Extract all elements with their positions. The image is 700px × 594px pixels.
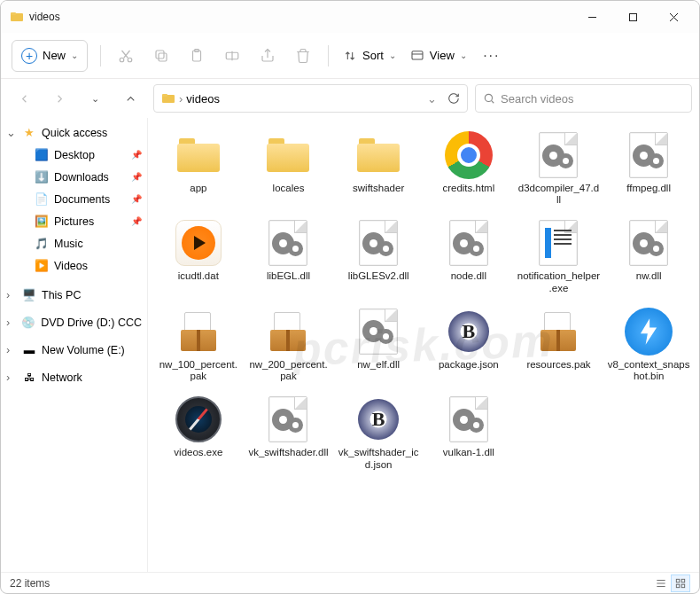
file-item[interactable]: node.dll (424, 215, 514, 297)
file-item[interactable]: videos.exe (153, 391, 244, 473)
sidebar-new-volume[interactable]: ›▬New Volume (E:) (1, 339, 147, 361)
file-label: swiftshader (353, 183, 404, 206)
forward-button[interactable] (43, 84, 75, 113)
file-item[interactable]: libEGL.dll (244, 215, 334, 297)
svg-rect-11 (156, 51, 164, 59)
file-item[interactable]: credits.html (424, 127, 514, 209)
file-item[interactable]: nw_200_percent.pak (244, 303, 334, 386)
share-button[interactable] (250, 40, 285, 72)
chevron-down-icon: ⌄ (71, 51, 78, 60)
file-item[interactable]: v8_context_snapshot.bin (603, 303, 694, 386)
sidebar-item-desktop[interactable]: 🟦Desktop📌 (1, 144, 147, 166)
file-label: ffmpeg.dll (626, 183, 671, 206)
more-button[interactable]: ··· (474, 40, 509, 72)
titlebar: videos (1, 1, 699, 33)
search-input[interactable]: Search videos (475, 84, 692, 113)
sidebar-item-label: Desktop (54, 149, 95, 161)
sidebar-item-label: Videos (54, 260, 88, 272)
file-item[interactable]: swiftshader (333, 127, 424, 209)
chevron-down-icon[interactable]: ⌄ (427, 92, 437, 106)
sidebar-item-videos[interactable]: ▶️Videos (1, 254, 147, 277)
sort-label: Sort (362, 49, 384, 62)
maximize-button[interactable] (612, 3, 653, 31)
new-label: New (43, 49, 66, 62)
sidebar-item-music[interactable]: 🎵Music (1, 232, 147, 254)
svg-rect-10 (159, 53, 167, 61)
file-item[interactable]: d3dcompiler_47.dll (514, 127, 604, 209)
view-icon (410, 49, 424, 63)
chevron-down-icon: ⌄ (389, 51, 396, 60)
file-item[interactable]: icudtl.dat (153, 215, 244, 297)
sidebar-this-pc[interactable]: ›🖥️This PC (1, 284, 147, 306)
file-item[interactable]: locales (244, 127, 334, 209)
up-button[interactable] (114, 84, 146, 113)
chevron-down-icon: ⌄ (6, 126, 17, 139)
file-item[interactable]: Bvk_swiftshader_icd.json (333, 391, 424, 473)
sidebar-item-documents[interactable]: 📄Documents📌 (1, 188, 147, 210)
copy-button[interactable] (144, 40, 179, 72)
sidebar-item-pictures[interactable]: 🖼️Pictures📌 (1, 210, 147, 232)
file-label: nw.dll (636, 270, 662, 293)
chevron-right-icon: › (179, 92, 183, 106)
file-item[interactable]: nw_100_percent.pak (153, 303, 244, 386)
file-item[interactable]: resources.pak (514, 303, 604, 386)
dvd-label: DVD Drive (D:) CCCC (41, 317, 142, 329)
icons-view-button[interactable] (671, 574, 690, 592)
file-item[interactable]: vulkan-1.dll (424, 391, 514, 473)
downloads-icon: ⬇️ (35, 170, 49, 184)
file-label: credits.html (442, 183, 494, 206)
file-label: nw_elf.dll (357, 359, 400, 382)
chrome-icon (444, 130, 494, 180)
close-button[interactable] (653, 3, 694, 31)
minimize-button[interactable] (572, 3, 612, 31)
address-bar[interactable]: › videos ⌄ (153, 84, 468, 113)
svg-rect-31 (681, 584, 685, 588)
sidebar-item-downloads[interactable]: ⬇️Downloads📌 (1, 166, 147, 188)
folder-icon (161, 91, 175, 106)
file-label: videos.exe (174, 447, 222, 470)
file-item[interactable]: libGLESv2.dll (333, 215, 424, 297)
file-item[interactable]: nw.dll (603, 215, 694, 297)
sidebar-item-label: Documents (54, 193, 110, 206)
sidebar-network[interactable]: ›🖧Network (1, 366, 147, 388)
file-item[interactable]: vk_swiftshader.dll (244, 391, 334, 473)
quick-access-label: Quick access (42, 127, 107, 139)
file-item[interactable]: notification_helper.exe (514, 215, 604, 297)
sidebar-item-label: Music (54, 238, 83, 250)
file-label: app (190, 183, 206, 206)
sidebar-dvd-drive[interactable]: ›💿DVD Drive (D:) CCCC (1, 311, 147, 333)
svg-point-23 (485, 94, 492, 101)
svg-rect-1 (11, 12, 16, 15)
sidebar-quick-access[interactable]: ⌄ ★ Quick access (1, 121, 147, 144)
paste-button[interactable] (179, 40, 214, 72)
delete-button[interactable] (285, 40, 321, 72)
dll-icon (624, 218, 673, 268)
cut-button[interactable] (108, 40, 144, 72)
file-item[interactable]: ffmpeg.dll (603, 127, 694, 209)
videos-icon: ▶️ (35, 259, 49, 273)
status-bar: 22 items (1, 572, 699, 593)
recent-button[interactable]: ⌄ (79, 84, 111, 113)
refresh-button[interactable] (447, 92, 460, 105)
dll-icon (624, 130, 673, 180)
files-pane[interactable]: pcrisk.com applocalesswiftshadercredits.… (148, 118, 699, 572)
view-button[interactable]: View ⌄ (403, 40, 474, 72)
disc-icon: 💿 (21, 316, 35, 330)
file-label: d3dcompiler_47.dll (517, 183, 601, 206)
file-label: icudtl.dat (178, 270, 219, 293)
file-label: locales (273, 183, 305, 206)
details-view-button[interactable] (651, 574, 671, 592)
new-button[interactable]: + New ⌄ (12, 40, 88, 72)
back-button[interactable] (8, 84, 40, 113)
v8-icon (624, 307, 673, 356)
file-item[interactable]: app (153, 127, 244, 209)
drive-icon: ▬ (22, 343, 36, 357)
breadcrumb-path[interactable]: videos (186, 92, 220, 106)
rename-button[interactable] (214, 40, 250, 72)
sort-icon (343, 49, 357, 63)
file-item[interactable]: Bpackage.json (424, 303, 514, 386)
sort-button[interactable]: Sort ⌄ (336, 40, 403, 72)
pin-icon: 📌 (131, 216, 142, 226)
desktop-icon: 🟦 (35, 148, 49, 162)
file-item[interactable]: nw_elf.dll (333, 303, 424, 386)
